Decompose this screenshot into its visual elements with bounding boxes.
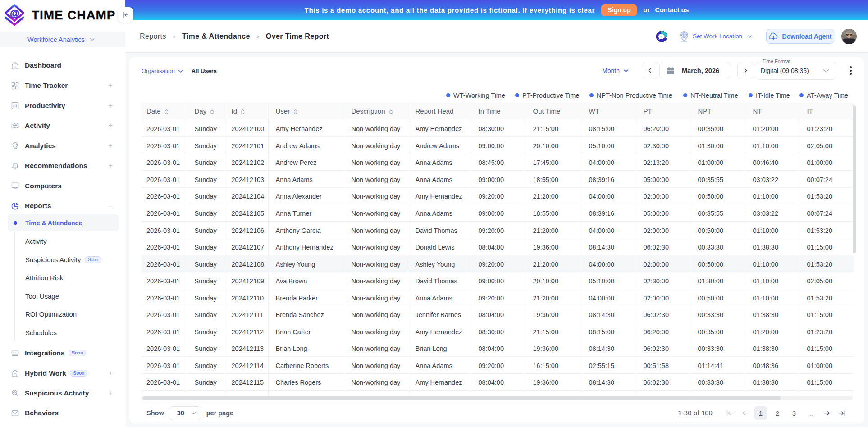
svg-text:@: @ bbox=[10, 8, 19, 19]
